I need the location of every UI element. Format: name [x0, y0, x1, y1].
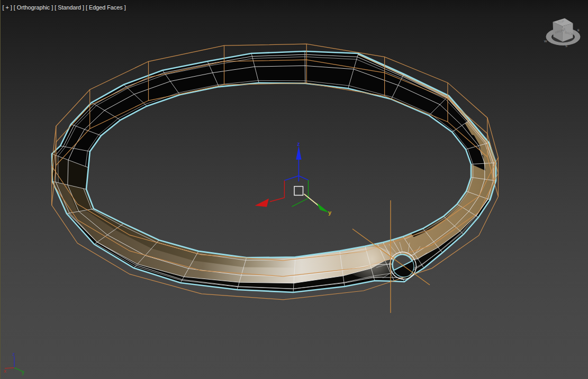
svg-text:z: z	[297, 141, 300, 147]
svg-text:z: z	[13, 352, 15, 357]
svg-text:y: y	[328, 209, 332, 216]
svg-text:S: S	[565, 44, 567, 48]
svg-text:y: y	[22, 370, 24, 375]
svg-text:[ + ] [ Orthographic ] [ Stand: [ + ] [ Orthographic ] [ Standard ] [ Ed…	[3, 4, 126, 11]
svg-text:x: x	[4, 368, 6, 374]
svg-text:E: E	[577, 29, 580, 32]
svg-text:W: W	[544, 40, 547, 43]
